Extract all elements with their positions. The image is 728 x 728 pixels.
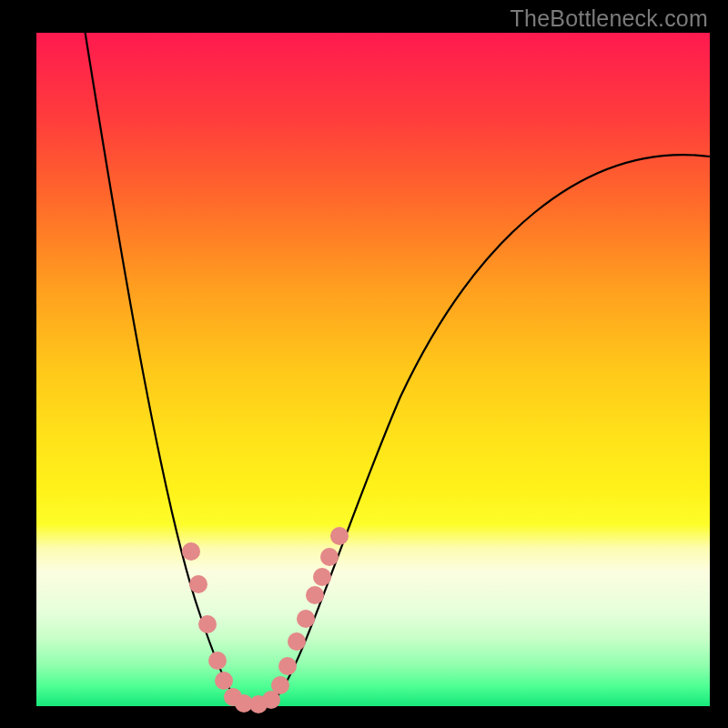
data-dot	[297, 610, 315, 628]
data-dot	[271, 676, 289, 694]
plot-area	[36, 33, 710, 706]
data-dot	[320, 548, 339, 566]
data-dot	[189, 575, 207, 593]
watermark-text: TheBottleneck.com	[511, 5, 708, 32]
bottleneck-curve	[84, 24, 710, 705]
dot-group	[182, 527, 349, 713]
data-dot	[215, 672, 233, 690]
data-dot	[278, 657, 297, 675]
data-dot	[182, 542, 200, 561]
data-dot	[313, 568, 331, 586]
data-dot	[198, 615, 217, 633]
chart-container: TheBottleneck.com	[0, 0, 728, 728]
data-dot	[288, 632, 306, 651]
data-dot	[330, 527, 349, 545]
data-dot	[306, 586, 324, 604]
curve-svg	[36, 33, 710, 706]
data-dot	[208, 652, 227, 670]
